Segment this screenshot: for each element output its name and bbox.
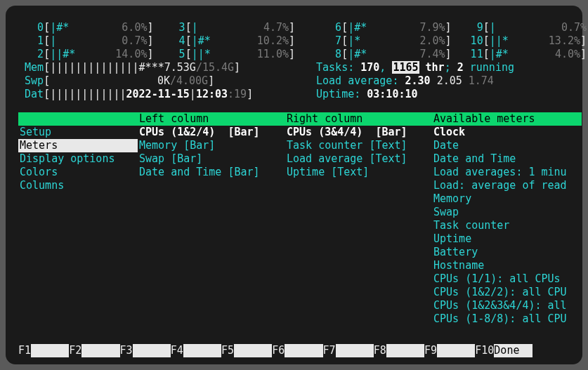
avail-item[interactable]: Date bbox=[432, 139, 582, 152]
right-item-load[interactable]: Load average [Text] bbox=[285, 152, 432, 166]
avail-item[interactable]: Date and Time bbox=[432, 152, 582, 166]
htop-window: 0[|#* 6.0%] 3[| 4.7%] 1[| 0.7%] 4[|#* 10… bbox=[6, 6, 582, 364]
right-item-tasks[interactable]: Task counter [Text] bbox=[285, 139, 432, 152]
setup-item-meters[interactable]: Meters bbox=[18, 139, 138, 152]
fkey-f6[interactable]: F6 bbox=[272, 344, 322, 357]
cpu-meter-0: 0[|#* 6.0%] bbox=[18, 21, 154, 34]
cpu-meter-10: 10[||* 13.2%] bbox=[452, 34, 587, 48]
avail-item[interactable]: Task counter bbox=[432, 219, 582, 232]
avail-item[interactable]: Swap bbox=[432, 206, 582, 219]
avail-item[interactable]: Load averages: 1 minu bbox=[432, 166, 582, 179]
function-key-bar: F1 F2 F3 F4 F5 F6 F7 F8 F9 F10Done bbox=[18, 344, 570, 357]
datetime-meter: Dat[||||||||||||2022-11-15|12:03:19] bbox=[18, 88, 295, 101]
setup-item-columns[interactable]: Columns bbox=[18, 179, 138, 192]
setup-item-colors[interactable]: Colors bbox=[18, 166, 138, 179]
fkey-f2[interactable]: F2 bbox=[69, 344, 119, 357]
setup-panels: Setup Meters Display options Colors Colu… bbox=[18, 112, 570, 326]
cpu-meter-6: 6[|#* 7.9%] bbox=[316, 21, 452, 34]
meters-header: 0[|#* 6.0%] 3[| 4.7%] 1[| 0.7%] 4[|#* 10… bbox=[18, 21, 570, 101]
panel-header bbox=[18, 112, 138, 126]
fkey-f8[interactable]: F8 bbox=[374, 344, 424, 357]
left-column-panel[interactable]: Left column CPUs (1&2/4) [Bar] Memory [B… bbox=[138, 112, 285, 326]
cpu-meter-7: 7[|* 2.0%] bbox=[316, 34, 452, 48]
cpu-meter-11: 11[|#* 4.0%] bbox=[452, 48, 587, 61]
cpu-meter-9: 9[| 0.7%] bbox=[452, 21, 588, 34]
right-item-uptime[interactable]: Uptime [Text] bbox=[285, 166, 432, 179]
fkey-f7[interactable]: F7 bbox=[323, 344, 374, 357]
fkey-f3[interactable]: F3 bbox=[120, 344, 171, 357]
avail-item[interactable]: Battery bbox=[432, 246, 582, 259]
memory-meter: Mem[||||||||||||||#***7.53G/15.4G] bbox=[18, 61, 295, 74]
cpu-meter-3: 3[| 4.7%] bbox=[154, 21, 296, 34]
swap-meter: Swp[0K/4.00G] bbox=[18, 74, 295, 88]
uptime: Uptime: 03:10:10 bbox=[316, 88, 588, 101]
avail-item[interactable]: Clock bbox=[432, 126, 582, 139]
cpu-meter-4: 4[|#* 10.2%] bbox=[154, 34, 296, 48]
setup-menu-panel[interactable]: Setup Meters Display options Colors Colu… bbox=[18, 112, 138, 326]
setup-item-setup[interactable]: Setup bbox=[18, 126, 138, 139]
left-item-datetime[interactable]: Date and Time [Bar] bbox=[138, 166, 285, 179]
avail-item[interactable]: CPUs (1&2/2): all CPU bbox=[432, 286, 582, 299]
fkey-f4[interactable]: F4 bbox=[171, 344, 221, 357]
cpu-meter-2: 2[||#* 14.0%] bbox=[18, 48, 154, 61]
cpu-meter-8: 8[|#* 7.4%] bbox=[316, 48, 452, 61]
right-column-panel[interactable]: Right column CPUs (3&4/4) [Bar] Task cou… bbox=[285, 112, 432, 326]
tasks-counter: Tasks: 170, 1165 thr; 2 running bbox=[316, 61, 588, 74]
panel-header: Available meters bbox=[432, 112, 582, 126]
right-item-cpus[interactable]: CPUs (3&4/4) [Bar] bbox=[285, 126, 432, 139]
cpu-meter-5: 5[||* 11.0%] bbox=[154, 48, 296, 61]
fkey-f9[interactable]: F9 bbox=[424, 344, 475, 357]
panel-header: Left column bbox=[138, 112, 285, 126]
cpu-meter-1: 1[| 0.7%] bbox=[18, 34, 154, 48]
left-item-cpus[interactable]: CPUs (1&2/4) [Bar] bbox=[138, 126, 285, 139]
left-item-swap[interactable]: Swap [Bar] bbox=[138, 152, 285, 166]
avail-item[interactable]: Memory bbox=[432, 192, 582, 206]
avail-item[interactable]: Uptime bbox=[432, 232, 582, 246]
avail-item[interactable]: CPUs (1-8/8): all CPU bbox=[432, 312, 582, 326]
fkey-f5[interactable]: F5 bbox=[221, 344, 272, 357]
panel-header: Right column bbox=[285, 112, 432, 126]
fkey-f10[interactable]: F10Done bbox=[475, 344, 532, 357]
avail-item[interactable]: CPUs (1/1): all CPUs bbox=[432, 272, 582, 286]
fkey-f1[interactable]: F1 bbox=[18, 344, 69, 357]
avail-item[interactable]: Hostname bbox=[432, 259, 582, 272]
load-average: Load average: 2.30 2.05 1.74 bbox=[316, 74, 588, 88]
left-item-memory[interactable]: Memory [Bar] bbox=[138, 139, 285, 152]
avail-item[interactable]: Load: average of read bbox=[432, 179, 582, 192]
avail-item[interactable]: CPUs (1&2&3&4/4): all bbox=[432, 299, 582, 312]
setup-item-display[interactable]: Display options bbox=[18, 152, 138, 166]
available-meters-panel[interactable]: Available meters Clock Date Date and Tim… bbox=[432, 112, 582, 326]
